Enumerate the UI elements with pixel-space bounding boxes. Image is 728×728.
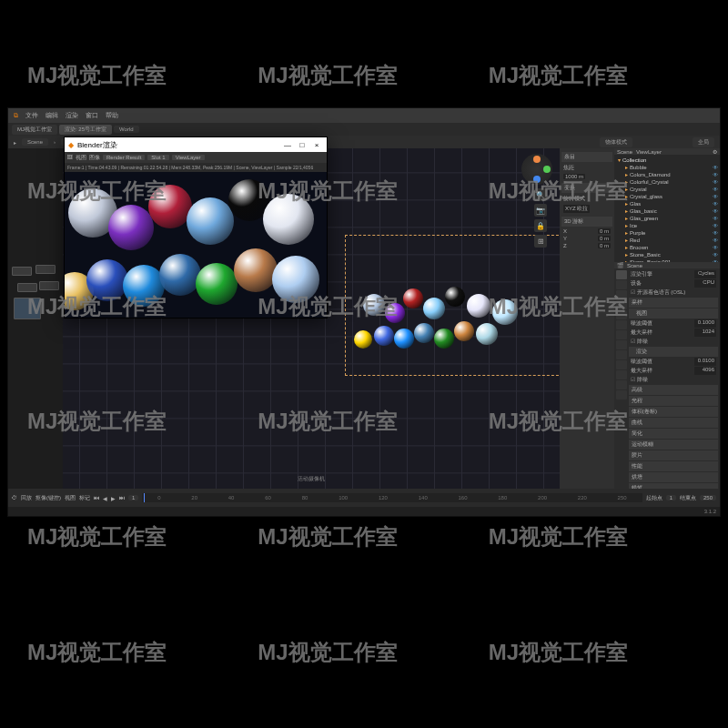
workspace-tab[interactable]: MJ视觉工作室: [12, 125, 57, 135]
maximize-button[interactable]: □: [296, 141, 308, 149]
skip-start-icon[interactable]: ⏮: [94, 495, 99, 500]
outliner-item[interactable]: ▸Broown👁: [616, 244, 718, 251]
skip-end-icon[interactable]: ⏭: [119, 495, 125, 500]
scene-props-tab[interactable]: [616, 300, 627, 309]
menu-help[interactable]: 帮助: [106, 111, 118, 120]
menu-window[interactable]: 窗口: [86, 111, 98, 120]
visibility-toggle[interactable]: 👁: [713, 215, 718, 222]
start-frame-field[interactable]: 1: [666, 495, 676, 500]
shader-node[interactable]: [35, 265, 56, 274]
device-dropdown[interactable]: CPU: [694, 279, 716, 288]
noise-field[interactable]: 0.1000: [694, 319, 716, 328]
collection-row[interactable]: ▾ Collection: [616, 157, 718, 164]
shader-node[interactable]: [39, 281, 59, 290]
focal-field[interactable]: 1000 m: [563, 174, 585, 179]
grid-icon[interactable]: ⊞: [534, 235, 547, 248]
visibility-toggle[interactable]: 👁: [713, 207, 718, 215]
render-noise-field[interactable]: 0.0100: [694, 358, 716, 366]
window-titlebar[interactable]: ◆ Blender渲染 — □ ×: [65, 137, 327, 152]
end-frame-field[interactable]: 250: [700, 495, 716, 500]
slot-dropdown[interactable]: Slot 1: [147, 155, 168, 160]
panel-header[interactable]: 条目: [561, 152, 612, 162]
render-props-tab[interactable]: [616, 270, 627, 279]
timeline-menu[interactable]: 回放: [21, 494, 32, 502]
outliner-item[interactable]: ▸Stone_Basic👁: [616, 251, 718, 258]
node-editor[interactable]: [8, 148, 63, 489]
timeline-menu[interactable]: 标记: [79, 494, 90, 502]
shader-node[interactable]: [17, 283, 37, 292]
outliner-item[interactable]: ▸Purple👁: [616, 229, 718, 237]
minimize-button[interactable]: —: [281, 141, 294, 149]
visibility-toggle[interactable]: 👁: [713, 222, 718, 229]
scene-selector[interactable]: Scene: [617, 149, 632, 155]
current-frame-field[interactable]: 1: [128, 495, 138, 500]
layer-dropdown[interactable]: ViewLayer: [172, 155, 205, 160]
outliner[interactable]: ▾ Collection ▸Bubble👁 ▸Colors_Diamond👁 ▸…: [614, 155, 720, 262]
section-header[interactable]: 性能: [629, 461, 718, 471]
menu-edit[interactable]: 编辑: [46, 111, 58, 120]
texture-props-tab[interactable]: [616, 390, 627, 399]
render-menu[interactable]: 视图: [76, 154, 86, 162]
shader-node[interactable]: [12, 267, 32, 276]
filter-icon[interactable]: ⚙: [713, 148, 717, 155]
zoom-icon[interactable]: 🔍: [534, 188, 547, 201]
texture-node[interactable]: [14, 298, 41, 319]
section-header[interactable]: 运动模糊: [629, 440, 718, 450]
section-header[interactable]: 体积(卷标): [629, 407, 718, 417]
data-props-tab[interactable]: [616, 370, 627, 379]
object-props-tab[interactable]: [616, 320, 627, 329]
play-icon[interactable]: ▶: [111, 495, 116, 501]
visibility-toggle[interactable]: 👁: [713, 251, 718, 258]
render-max-field[interactable]: 4096: [694, 367, 716, 375]
orientation-dropdown[interactable]: 全局: [693, 137, 714, 147]
material-props-tab[interactable]: [616, 380, 627, 389]
section-header[interactable]: 高级: [629, 385, 718, 395]
visibility-toggle[interactable]: 👁: [713, 200, 718, 207]
denoise-checkbox[interactable]: 降噪: [631, 338, 648, 346]
result-dropdown[interactable]: Render Result: [103, 155, 145, 160]
visibility-toggle[interactable]: 👁: [713, 244, 718, 251]
mode-dropdown[interactable]: 物体模式: [600, 137, 632, 147]
outliner-item[interactable]: ▸Colorful_Crystal👁: [616, 178, 718, 186]
rot-mode-field[interactable]: XYZ 欧拉: [563, 205, 590, 213]
particle-props-tab[interactable]: [616, 340, 627, 349]
section-header[interactable]: 简化: [629, 429, 718, 439]
visibility-toggle[interactable]: 👁: [713, 164, 718, 171]
menu-file[interactable]: 文件: [25, 111, 38, 120]
visibility-toggle[interactable]: 👁: [713, 178, 718, 186]
outliner-item[interactable]: ▸Colors_Diamond👁: [616, 171, 718, 178]
visibility-toggle[interactable]: 👁: [713, 193, 718, 200]
engine-dropdown[interactable]: Cycles: [694, 270, 716, 278]
workspace-tab-active[interactable]: 渲染: 25号工作室: [59, 125, 112, 135]
output-props-tab[interactable]: [616, 280, 627, 289]
outliner-item[interactable]: ▸Bubble👁: [616, 164, 718, 171]
play-rev-icon[interactable]: ◀: [103, 495, 107, 501]
panel-header[interactable]: 3D 游标: [561, 217, 612, 227]
playhead[interactable]: [144, 493, 145, 502]
camera-icon[interactable]: 📷: [534, 204, 547, 217]
sampling-header[interactable]: 采样: [629, 298, 718, 308]
outliner-item[interactable]: ▸Glas👁: [616, 200, 718, 207]
outliner-item[interactable]: ▸Crystal👁: [616, 186, 718, 193]
visibility-toggle[interactable]: 👁: [713, 237, 718, 244]
workspace-tab[interactable]: World: [114, 126, 139, 133]
physics-props-tab[interactable]: [616, 350, 627, 359]
close-button[interactable]: ×: [310, 141, 323, 149]
osl-checkbox[interactable]: 开源着色语言 (OSL): [631, 288, 685, 297]
outliner-item[interactable]: ▸Glas_green👁: [616, 215, 718, 222]
section-header[interactable]: 曲线: [629, 418, 718, 428]
layer-selector[interactable]: ViewLayer: [636, 149, 662, 155]
outliner-item[interactable]: ▸Red👁: [616, 237, 718, 244]
nav-gizmo[interactable]: [521, 154, 552, 185]
cursor-z[interactable]: 0 m: [598, 243, 611, 248]
section-header[interactable]: 光程: [629, 396, 718, 406]
menu-render[interactable]: 渲染: [66, 111, 78, 120]
timeline-menu[interactable]: 视图: [65, 494, 76, 502]
cursor-x[interactable]: 0 m: [598, 228, 611, 234]
render-menu[interactable]: 图像: [89, 154, 100, 162]
visibility-toggle[interactable]: 👁: [713, 229, 718, 237]
outliner-item[interactable]: ▸Ice👁: [616, 222, 718, 229]
panel-header[interactable]: 变换: [561, 183, 612, 193]
section-header[interactable]: 烘培: [629, 472, 718, 482]
render-sampling-header[interactable]: 渲染: [629, 347, 718, 357]
